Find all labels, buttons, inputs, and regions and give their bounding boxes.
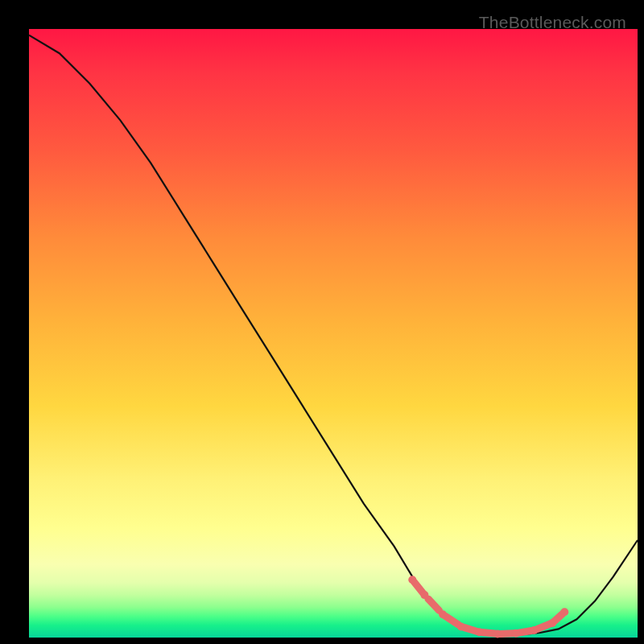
optimal-range-segment <box>464 627 477 631</box>
optimal-range-segment <box>518 631 531 634</box>
optimal-range-dot <box>408 576 416 584</box>
optimal-range-dot <box>493 630 502 638</box>
optimal-range-segment <box>482 633 495 634</box>
optimal-range-segment <box>554 613 563 621</box>
optimal-range-segment <box>428 599 440 611</box>
optimal-range-dot <box>512 630 520 638</box>
optimal-range-markers <box>408 576 568 638</box>
optimal-range-segment <box>501 634 514 634</box>
chart-frame: TheBottleneck.com <box>11 11 633 633</box>
optimal-range-dot <box>420 591 428 599</box>
optimal-range-dot <box>548 619 556 627</box>
optimal-range-segment <box>446 617 459 625</box>
optimal-range-dot <box>457 622 465 630</box>
optimal-range-dot <box>560 608 568 616</box>
bottleneck-chart <box>29 29 638 638</box>
optimal-range-dot <box>475 628 483 636</box>
optimal-range-segment <box>415 582 423 592</box>
optimal-range-segment <box>537 624 550 629</box>
optimal-range-dot <box>530 626 539 634</box>
bottleneck-curve-line <box>29 35 638 635</box>
optimal-range-dot <box>439 610 447 618</box>
